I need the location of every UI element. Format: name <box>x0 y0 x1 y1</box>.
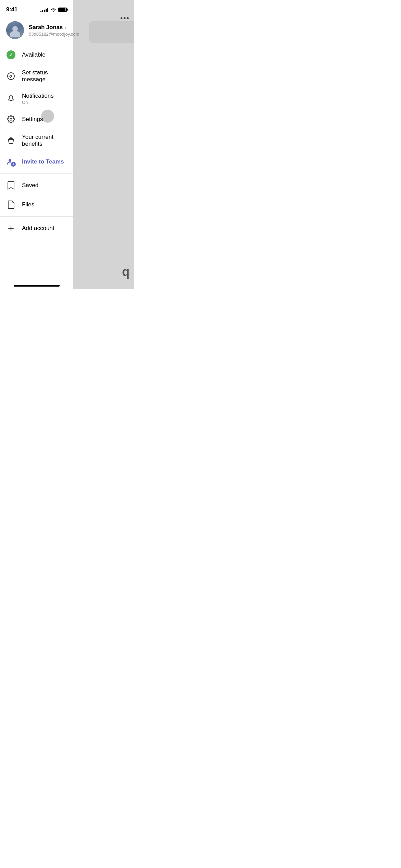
side-panel: ••• q <box>73 0 134 289</box>
menu-item-notifications[interactable]: Notifications On <box>0 88 73 110</box>
invite-icon: + <box>6 157 16 167</box>
avatar <box>6 21 24 39</box>
notifications-sublabel: On <box>22 100 67 105</box>
notifications-label: Notifications <box>22 93 67 99</box>
available-icon: ✓ <box>6 50 16 60</box>
profile-info: Sarah Jonas › 53d65182@moodjoy.com <box>29 24 79 37</box>
status-bar: 9:41 <box>0 0 73 17</box>
home-indicator <box>14 285 60 287</box>
add-account-label: Add account <box>22 225 67 232</box>
menu-item-files[interactable]: Files <box>0 195 73 214</box>
profile-name: Sarah Jonas <box>29 24 63 31</box>
menu-item-set-status[interactable]: Set status message <box>0 64 73 88</box>
menu-item-add-account[interactable]: Add account <box>0 219 73 238</box>
bell-icon <box>6 94 16 104</box>
menu-item-benefits[interactable]: Your current benefits <box>0 129 73 152</box>
side-panel-content <box>89 21 134 43</box>
settings-label: Settings <box>22 116 67 123</box>
diamond-icon <box>6 136 16 145</box>
profile-email: 53d65182@moodjoy.com <box>29 32 79 37</box>
files-label: Files <box>22 201 67 208</box>
svg-line-1 <box>11 76 12 77</box>
profile-name-row: Sarah Jonas › <box>29 24 79 31</box>
file-icon <box>6 200 16 209</box>
menu-item-settings[interactable]: Settings <box>0 110 73 129</box>
status-time: 9:41 <box>6 6 17 13</box>
screen: 9:41 <box>0 0 134 289</box>
profile-section[interactable]: Sarah Jonas › 53d65182@moodjoy.com <box>0 17 73 45</box>
menu-item-available[interactable]: ✓ Available <box>0 45 73 64</box>
available-label: Available <box>22 51 67 58</box>
status-icons <box>40 8 67 12</box>
menu-list: ✓ Available Set status message <box>0 45 73 289</box>
wifi-icon <box>50 8 56 12</box>
divider-2 <box>0 216 73 217</box>
divider-1 <box>0 173 73 174</box>
signal-icon <box>40 8 48 12</box>
invite-label: Invite to Teams <box>22 158 67 165</box>
profile-chevron-icon: › <box>65 25 66 30</box>
saved-label: Saved <box>22 182 67 189</box>
battery-icon <box>58 8 67 12</box>
menu-item-invite[interactable]: + Invite to Teams <box>0 152 73 171</box>
gear-icon <box>6 114 16 124</box>
main-panel: 9:41 <box>0 0 73 289</box>
benefits-label: Your current benefits <box>22 134 67 147</box>
svg-point-2 <box>10 118 12 120</box>
edit-icon <box>6 71 16 81</box>
bookmark-icon <box>6 181 16 190</box>
plus-icon <box>6 224 16 233</box>
set-status-label: Set status message <box>22 69 67 83</box>
menu-item-saved[interactable]: Saved <box>0 176 73 195</box>
side-panel-char: q <box>122 265 130 279</box>
svg-point-3 <box>9 159 11 162</box>
